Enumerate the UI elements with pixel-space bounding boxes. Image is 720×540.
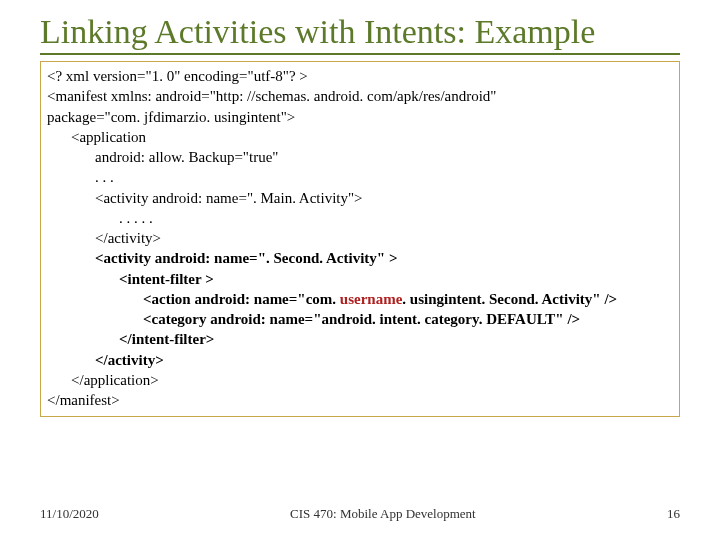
code-text: . usingintent. Second. Activity" />: [402, 291, 617, 307]
footer: 11/10/2020 CIS 470: Mobile App Developme…: [40, 506, 680, 522]
code-line: <category android: name="android. intent…: [47, 309, 673, 329]
code-line: <intent-filter >: [47, 269, 673, 289]
code-line: <application: [47, 127, 673, 147]
footer-page: 16: [667, 506, 680, 522]
code-line: </intent-filter>: [47, 329, 673, 349]
code-block: <? xml version="1. 0" encoding="utf-8"? …: [40, 61, 680, 417]
code-line: . . .: [47, 167, 673, 187]
code-username: username: [340, 291, 403, 307]
code-text: <action android: name="com.: [143, 291, 340, 307]
code-line: package="com. jfdimarzio. usingintent">: [47, 107, 673, 127]
footer-course: CIS 470: Mobile App Development: [99, 506, 667, 522]
code-line: </manifest>: [47, 390, 673, 410]
code-line: </activity>: [47, 350, 673, 370]
code-line: . . . . .: [47, 208, 673, 228]
slide-title: Linking Activities with Intents: Example: [40, 0, 680, 55]
code-line: android: allow. Backup="true": [47, 147, 673, 167]
code-line: </activity>: [47, 228, 673, 248]
code-line: <? xml version="1. 0" encoding="utf-8"? …: [47, 66, 673, 86]
code-line: </application>: [47, 370, 673, 390]
footer-date: 11/10/2020: [40, 506, 99, 522]
code-line: <activity android: name=". Main. Activit…: [47, 188, 673, 208]
slide: Linking Activities with Intents: Example…: [0, 0, 720, 540]
code-line: <action android: name="com. username. us…: [47, 289, 673, 309]
code-line: <manifest xmlns: android="http: //schema…: [47, 86, 673, 106]
code-line: <activity android: name=". Second. Activ…: [47, 248, 673, 268]
